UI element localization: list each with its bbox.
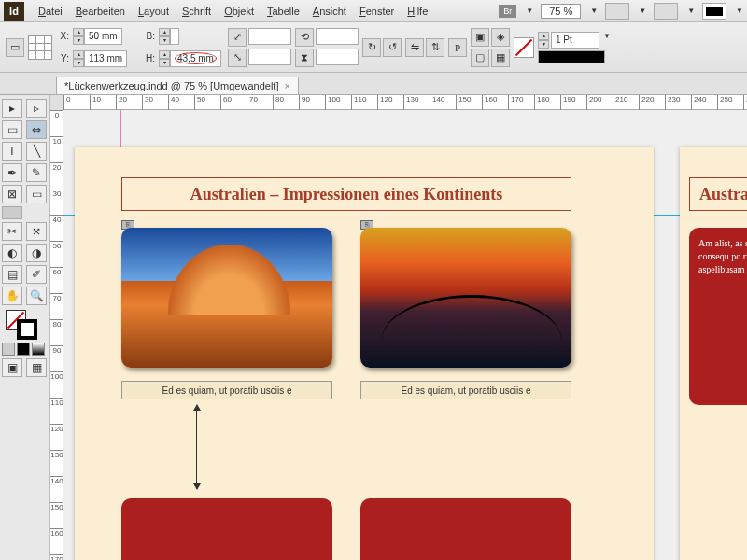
caption-right[interactable]: Ed es quiam, ut poratib usciis e — [360, 381, 571, 399]
line-tool[interactable]: ╲ — [26, 142, 47, 161]
arrange-button[interactable] — [702, 3, 726, 20]
stroke-style[interactable] — [538, 50, 605, 63]
fill-swatch[interactable] — [514, 37, 534, 58]
title-frame-2[interactable]: Austra — [689, 177, 747, 211]
free-transform-tool[interactable]: ⤧ — [26, 222, 47, 241]
fit-content-icon[interactable]: ▢ — [471, 49, 489, 67]
h-label: H: — [142, 53, 155, 63]
red-frame-left[interactable] — [121, 498, 332, 560]
w-input[interactable] — [170, 28, 179, 45]
menu-tabelle[interactable]: Tabelle — [261, 6, 306, 17]
horizontal-ruler[interactable]: 0102030405060708090100110120130140150160… — [63, 95, 747, 110]
view-mode-button[interactable] — [605, 3, 629, 20]
page-spread-left: Australien – Impressionen eines Kontinen… — [75, 147, 654, 560]
eyedropper-tool[interactable]: ✐ — [26, 265, 47, 284]
scale-y-input[interactable] — [248, 49, 291, 65]
w-stepper[interactable]: ▴▾ — [159, 28, 170, 45]
y-stepper[interactable]: ▴▾ — [73, 50, 84, 67]
vertical-ruler[interactable]: 0102030405060708090100110120130140150160… — [50, 110, 63, 560]
gradient-feather-tool[interactable]: ◑ — [26, 244, 47, 262]
x-stepper[interactable]: ▴▾ — [73, 28, 84, 45]
gap-indicator-arrow — [196, 405, 197, 489]
stroke-weight-input[interactable]: 1 Pt — [551, 32, 599, 49]
color-apply-row — [2, 343, 48, 356]
paragraph-style-icon[interactable]: P — [448, 38, 467, 57]
screen-mode-button[interactable] — [654, 3, 678, 20]
fill-stroke-control[interactable] — [2, 308, 48, 340]
menu-schrift[interactable]: Schrift — [176, 6, 218, 17]
view-normal-icon[interactable]: ▣ — [2, 358, 22, 377]
zoom-tool[interactable]: 🔍 — [26, 287, 47, 305]
image-rock — [121, 228, 332, 368]
zoom-level[interactable]: 75 % — [541, 4, 581, 19]
menu-objekt[interactable]: Objekt — [218, 6, 261, 17]
rectangle-tool[interactable]: ▭ — [26, 185, 47, 203]
scale-y-icon[interactable]: ⤡ — [228, 49, 247, 67]
shear-input[interactable] — [316, 49, 359, 65]
stroke-weight-stepper[interactable]: ▴▾ — [538, 32, 549, 49]
gradient-swatch-tool[interactable]: ◐ — [2, 244, 22, 262]
select-container-icon[interactable]: ▣ — [471, 28, 489, 47]
menu-hilfe[interactable]: Hilfe — [401, 6, 434, 17]
close-tab-icon[interactable]: × — [284, 80, 289, 91]
rectangle-frame-tool[interactable]: ⊠ — [2, 185, 22, 203]
scissors-tool[interactable]: ✂ — [2, 222, 22, 241]
x-input[interactable]: 50 mm — [84, 28, 122, 45]
scale-x-input[interactable] — [248, 28, 291, 45]
menu-bearbeiten[interactable]: Bearbeiten — [69, 6, 132, 17]
scale-x-icon[interactable]: ⤢ — [228, 28, 247, 47]
menu-ansicht[interactable]: Ansicht — [306, 6, 353, 17]
hand-tool[interactable]: ✋ — [2, 287, 22, 305]
rotate-icon[interactable]: ⟲ — [295, 28, 314, 47]
rotate-ccw-icon[interactable]: ↺ — [383, 38, 402, 57]
tool-panel: ▸ ▹ ▭ ⇔ T ╲ ✒ ✎ ⊠ ▭ ✂ ⤧ ◐ ◑ ▤ ✐ ✋ 🔍 ▣ ▦ — [0, 95, 50, 560]
page-spread-right: Austra Am alist, as sitat. Ellabor aut r… — [680, 147, 747, 560]
apply-color-icon[interactable] — [17, 343, 30, 356]
shear-icon[interactable]: ⧗ — [295, 49, 314, 67]
red-frame-right[interactable] — [360, 498, 571, 560]
flip-v-icon[interactable]: ⇅ — [426, 38, 444, 57]
page-tool[interactable]: ▭ — [2, 120, 22, 139]
pencil-tool[interactable]: ✎ — [26, 163, 47, 182]
image-bridge — [360, 228, 571, 368]
menu-fenster[interactable]: Fenster — [353, 6, 401, 17]
h-stepper[interactable]: ▴▾ — [159, 50, 170, 67]
reference-point-grid[interactable] — [28, 35, 52, 60]
text-frame-lorem[interactable]: Am alist, as sitat. Ellabor aut res dolu… — [689, 228, 747, 405]
apply-none-icon[interactable] — [2, 343, 15, 356]
document-tab[interactable]: *Lückenwerkzeug.indd @ 75 % [Umgewandelt… — [56, 77, 299, 94]
pen-tool[interactable]: ✒ — [2, 163, 22, 182]
menu-layout[interactable]: Layout — [132, 6, 176, 17]
apply-gradient-icon[interactable] — [32, 343, 45, 356]
y-label: Y: — [56, 53, 69, 63]
view-preview-icon[interactable]: ▦ — [26, 358, 47, 377]
stroke-color-icon[interactable] — [17, 319, 37, 340]
bridge-badge[interactable]: Br — [499, 5, 516, 18]
gap-tool[interactable]: ⇔ — [26, 120, 47, 139]
image-frame-rock[interactable] — [121, 228, 332, 368]
rotate-input[interactable] — [316, 28, 359, 45]
document-viewport[interactable]: Australien – Impressionen eines Kontinen… — [63, 110, 747, 560]
w-label: B: — [142, 31, 155, 41]
title-frame[interactable]: Australien – Impressionen eines Kontinen… — [121, 177, 571, 211]
y-input[interactable]: 113 mm — [84, 50, 127, 67]
x-label: X: — [56, 31, 69, 41]
rotate-cw-icon[interactable]: ↻ — [362, 38, 381, 57]
document-tab-title: *Lückenwerkzeug.indd @ 75 % [Umgewandelt… — [64, 80, 278, 91]
flip-h-icon[interactable]: ⇋ — [405, 38, 424, 57]
separator — [2, 206, 22, 219]
menu-datei[interactable]: DDateiatei — [32, 6, 69, 17]
direct-selection-tool[interactable]: ▹ — [26, 99, 47, 118]
image-frame-bridge[interactable] — [360, 228, 571, 368]
note-tool[interactable]: ▤ — [2, 265, 22, 284]
app-icon: Id — [4, 2, 24, 21]
h-input[interactable]: 43,5 mm — [170, 50, 221, 67]
object-mode-icon[interactable]: ▭ — [6, 38, 24, 57]
select-content-icon[interactable]: ◈ — [491, 28, 510, 47]
selection-tool[interactable]: ▸ — [2, 99, 22, 118]
fit-frame-icon[interactable]: ▦ — [491, 49, 510, 67]
type-tool[interactable]: T — [2, 142, 22, 161]
caption-left[interactable]: Ed es quiam, ut poratib usciis e — [121, 381, 332, 399]
